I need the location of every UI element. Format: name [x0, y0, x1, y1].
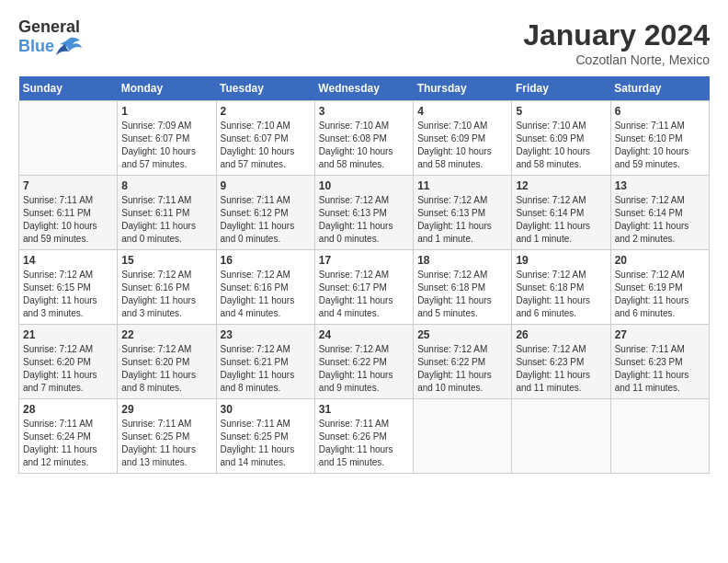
col-header-sunday: Sunday: [19, 76, 118, 101]
calendar-cell: 9Sunrise: 7:11 AM Sunset: 6:12 PM Daylig…: [216, 176, 314, 250]
calendar-cell: 25Sunrise: 7:12 AM Sunset: 6:22 PM Dayli…: [414, 325, 512, 399]
day-info: Sunrise: 7:10 AM Sunset: 6:08 PM Dayligh…: [319, 120, 409, 171]
calendar-cell: 20Sunrise: 7:12 AM Sunset: 6:19 PM Dayli…: [610, 250, 709, 325]
day-number: 3: [319, 105, 409, 118]
calendar-cell: 1Sunrise: 7:09 AM Sunset: 6:07 PM Daylig…: [118, 101, 216, 176]
logo-blue-text: Blue: [18, 38, 54, 56]
day-number: 13: [615, 179, 705, 192]
calendar-cell: 2Sunrise: 7:10 AM Sunset: 6:07 PM Daylig…: [216, 101, 314, 176]
month-title: January 2024: [523, 18, 710, 52]
day-info: Sunrise: 7:09 AM Sunset: 6:07 PM Dayligh…: [121, 120, 211, 171]
day-number: 24: [319, 328, 409, 341]
day-info: Sunrise: 7:12 AM Sunset: 6:23 PM Dayligh…: [516, 343, 606, 395]
day-number: 9: [221, 179, 311, 192]
day-info: Sunrise: 7:11 AM Sunset: 6:11 PM Dayligh…: [121, 194, 211, 246]
location-title: Cozotlan Norte, Mexico: [523, 52, 710, 67]
day-info: Sunrise: 7:11 AM Sunset: 6:24 PM Dayligh…: [23, 418, 113, 469]
day-number: 30: [221, 403, 311, 416]
col-header-friday: Friday: [512, 76, 610, 101]
calendar-cell: [512, 399, 610, 474]
day-number: 10: [319, 179, 409, 192]
day-number: 6: [615, 105, 705, 118]
day-number: 19: [516, 254, 606, 267]
day-number: 22: [121, 328, 211, 341]
day-info: Sunrise: 7:12 AM Sunset: 6:13 PM Dayligh…: [417, 194, 507, 246]
calendar-cell: 16Sunrise: 7:12 AM Sunset: 6:16 PM Dayli…: [216, 250, 314, 325]
day-number: 12: [516, 179, 606, 192]
day-info: Sunrise: 7:11 AM Sunset: 6:25 PM Dayligh…: [221, 418, 311, 469]
calendar-cell: 13Sunrise: 7:12 AM Sunset: 6:14 PM Dayli…: [610, 176, 709, 250]
calendar-cell: 10Sunrise: 7:12 AM Sunset: 6:13 PM Dayli…: [314, 176, 413, 250]
logo: General Blue: [18, 18, 82, 57]
col-header-saturday: Saturday: [610, 76, 709, 101]
calendar-cell: 29Sunrise: 7:11 AM Sunset: 6:25 PM Dayli…: [118, 399, 216, 474]
day-info: Sunrise: 7:12 AM Sunset: 6:21 PM Dayligh…: [221, 343, 311, 395]
day-number: 20: [615, 254, 705, 267]
logo-general-text: General: [18, 18, 80, 37]
calendar-cell: 27Sunrise: 7:11 AM Sunset: 6:23 PM Dayli…: [610, 325, 709, 399]
calendar-cell: 11Sunrise: 7:12 AM Sunset: 6:13 PM Dayli…: [414, 176, 512, 250]
day-info: Sunrise: 7:12 AM Sunset: 6:15 PM Dayligh…: [23, 269, 113, 320]
day-info: Sunrise: 7:11 AM Sunset: 6:23 PM Dayligh…: [615, 343, 705, 395]
col-header-monday: Monday: [118, 76, 216, 101]
logo-bird-icon: [56, 37, 82, 57]
day-number: 21: [23, 328, 113, 341]
day-number: 26: [516, 328, 606, 341]
calendar-cell: 28Sunrise: 7:11 AM Sunset: 6:24 PM Dayli…: [19, 399, 118, 474]
day-info: Sunrise: 7:11 AM Sunset: 6:25 PM Dayligh…: [121, 418, 211, 469]
day-number: 1: [121, 105, 211, 118]
day-info: Sunrise: 7:12 AM Sunset: 6:20 PM Dayligh…: [121, 343, 211, 395]
col-header-wednesday: Wednesday: [314, 76, 413, 101]
day-number: 5: [516, 105, 606, 118]
calendar-cell: 22Sunrise: 7:12 AM Sunset: 6:20 PM Dayli…: [118, 325, 216, 399]
calendar-cell: [19, 101, 118, 176]
day-info: Sunrise: 7:12 AM Sunset: 6:14 PM Dayligh…: [516, 194, 606, 246]
day-number: 14: [23, 254, 113, 267]
calendar-cell: [610, 399, 709, 474]
calendar-cell: 31Sunrise: 7:11 AM Sunset: 6:26 PM Dayli…: [314, 399, 413, 474]
day-info: Sunrise: 7:11 AM Sunset: 6:12 PM Dayligh…: [221, 194, 311, 246]
col-header-tuesday: Tuesday: [216, 76, 314, 101]
col-header-thursday: Thursday: [414, 76, 512, 101]
day-info: Sunrise: 7:11 AM Sunset: 6:26 PM Dayligh…: [319, 418, 409, 469]
day-info: Sunrise: 7:10 AM Sunset: 6:09 PM Dayligh…: [516, 120, 606, 171]
day-number: 8: [121, 179, 211, 192]
calendar-table: SundayMondayTuesdayWednesdayThursdayFrid…: [18, 76, 710, 474]
calendar-cell: 4Sunrise: 7:10 AM Sunset: 6:09 PM Daylig…: [414, 101, 512, 176]
calendar-cell: 18Sunrise: 7:12 AM Sunset: 6:18 PM Dayli…: [414, 250, 512, 325]
title-block: January 2024 Cozotlan Norte, Mexico: [523, 18, 710, 67]
calendar-cell: 8Sunrise: 7:11 AM Sunset: 6:11 PM Daylig…: [118, 176, 216, 250]
day-number: 31: [319, 403, 409, 416]
day-number: 23: [221, 328, 311, 341]
calendar-cell: 19Sunrise: 7:12 AM Sunset: 6:18 PM Dayli…: [512, 250, 610, 325]
calendar-cell: 12Sunrise: 7:12 AM Sunset: 6:14 PM Dayli…: [512, 176, 610, 250]
day-number: 29: [121, 403, 211, 416]
day-number: 7: [23, 179, 113, 192]
day-info: Sunrise: 7:12 AM Sunset: 6:16 PM Dayligh…: [121, 269, 211, 320]
calendar-cell: 17Sunrise: 7:12 AM Sunset: 6:17 PM Dayli…: [314, 250, 413, 325]
day-number: 25: [417, 328, 507, 341]
calendar-cell: 15Sunrise: 7:12 AM Sunset: 6:16 PM Dayli…: [118, 250, 216, 325]
day-number: 15: [121, 254, 211, 267]
day-info: Sunrise: 7:12 AM Sunset: 6:19 PM Dayligh…: [615, 269, 705, 320]
day-info: Sunrise: 7:12 AM Sunset: 6:18 PM Dayligh…: [516, 269, 606, 320]
calendar-cell: 3Sunrise: 7:10 AM Sunset: 6:08 PM Daylig…: [314, 101, 413, 176]
calendar-cell: 26Sunrise: 7:12 AM Sunset: 6:23 PM Dayli…: [512, 325, 610, 399]
day-info: Sunrise: 7:12 AM Sunset: 6:18 PM Dayligh…: [417, 269, 507, 320]
day-info: Sunrise: 7:12 AM Sunset: 6:22 PM Dayligh…: [319, 343, 409, 395]
day-number: 27: [615, 328, 705, 341]
calendar-cell: [414, 399, 512, 474]
day-info: Sunrise: 7:12 AM Sunset: 6:14 PM Dayligh…: [615, 194, 705, 246]
day-info: Sunrise: 7:11 AM Sunset: 6:10 PM Dayligh…: [615, 120, 705, 171]
day-number: 16: [221, 254, 311, 267]
calendar-cell: 24Sunrise: 7:12 AM Sunset: 6:22 PM Dayli…: [314, 325, 413, 399]
day-info: Sunrise: 7:12 AM Sunset: 6:20 PM Dayligh…: [23, 343, 113, 395]
calendar-cell: 6Sunrise: 7:11 AM Sunset: 6:10 PM Daylig…: [610, 101, 709, 176]
calendar-cell: 5Sunrise: 7:10 AM Sunset: 6:09 PM Daylig…: [512, 101, 610, 176]
day-number: 4: [417, 105, 507, 118]
day-number: 28: [23, 403, 113, 416]
day-info: Sunrise: 7:12 AM Sunset: 6:22 PM Dayligh…: [417, 343, 507, 395]
day-number: 17: [319, 254, 409, 267]
day-info: Sunrise: 7:12 AM Sunset: 6:17 PM Dayligh…: [319, 269, 409, 320]
day-info: Sunrise: 7:10 AM Sunset: 6:09 PM Dayligh…: [417, 120, 507, 171]
